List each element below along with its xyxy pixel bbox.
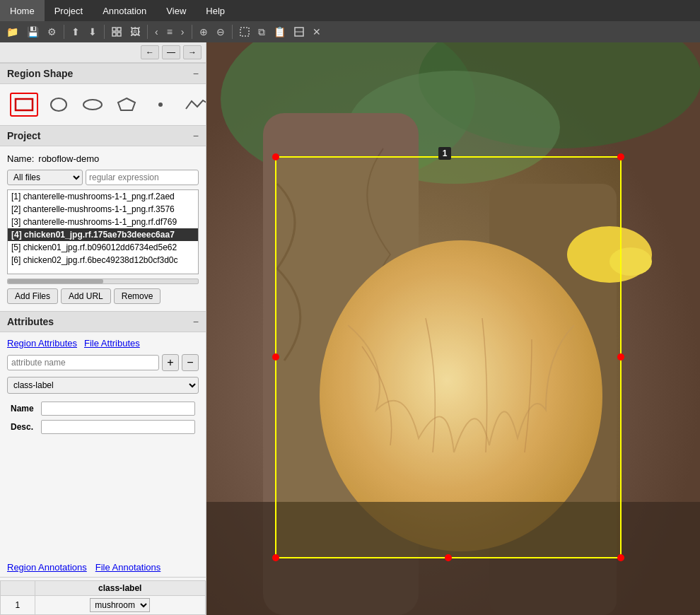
menu-annotation[interactable]: Annotation — [93, 0, 156, 21]
file-list[interactable]: [1] chanterelle-mushrooms-1-1_png.rf.2ae… — [7, 189, 199, 274]
attributes-title: Attributes — [7, 316, 54, 327]
annotation-col-class: class-label — [35, 581, 206, 596]
annotation-value-cell: mushroom chanterelle chicken — [35, 596, 206, 615]
sidebar-sep-btn[interactable]: — — [162, 45, 180, 59]
project-collapse-btn[interactable]: − — [193, 130, 199, 141]
zoom-in-btn[interactable]: ⊕ — [196, 23, 211, 41]
resize-btn[interactable] — [291, 23, 308, 41]
file-filter-select[interactable]: All files Labelled Unlabelled — [7, 170, 83, 185]
attr-name-row: + − — [7, 354, 199, 371]
annotation-header-row: class-label — [1, 581, 206, 596]
svg-rect-2 — [112, 33, 116, 36]
attr-plus-btn[interactable]: + — [162, 354, 179, 371]
project-header: Project − — [0, 125, 206, 146]
file-list-item[interactable]: [6] chicken02_jpg.rf.6bec49238d12b0cf3d0… — [8, 254, 198, 266]
canvas-image — [206, 42, 700, 615]
rectangle-tool-btn[interactable] — [10, 93, 38, 117]
region-attributes-tab[interactable]: Region Attributes — [7, 338, 77, 348]
file-list-item[interactable]: [2] chanterelle-mushrooms-1-1_png.rf.357… — [8, 203, 198, 216]
file-filter-row: All files Labelled Unlabelled — [7, 170, 199, 185]
grid-btn[interactable] — [108, 23, 125, 41]
prev-btn[interactable]: ‹ — [151, 23, 162, 41]
project-name-value: roboflow-demo — [38, 153, 99, 164]
menu-help[interactable]: Help — [196, 0, 235, 21]
annotation-table: class-label 1 mushroom chanterelle chick… — [0, 580, 206, 615]
region-annotations-tab[interactable]: Region Annotations — [7, 562, 87, 573]
file-list-item[interactable]: [3] chanterelle-mushrooms-1-1_png.rf.df7… — [8, 216, 198, 228]
project-name-row: Name: roboflow-demo — [7, 153, 199, 164]
file-annotations-tab[interactable]: File Annotations — [95, 562, 161, 573]
clipboard-btn[interactable]: 📋 — [270, 23, 289, 41]
attr-desc-row: Desc. shroom — [7, 418, 199, 436]
svg-rect-3 — [117, 33, 121, 36]
menu-home[interactable]: Home — [0, 0, 45, 21]
file-filter-input[interactable] — [86, 170, 199, 185]
toolbar-divider-4 — [192, 25, 192, 39]
region-shape-collapse-btn[interactable]: − — [193, 68, 199, 79]
point-tool-btn[interactable] — [147, 93, 174, 116]
attributes-collapse-btn[interactable]: − — [193, 316, 199, 327]
next-btn[interactable]: › — [177, 23, 188, 41]
attr-desc-cell: shroom — [37, 418, 199, 436]
sidebar-back-btn[interactable]: ← — [141, 45, 159, 59]
region-shape-title: Region Shape — [7, 68, 73, 79]
annotation-tabs: Region Annotations File Annotations — [0, 558, 206, 578]
sidebar-nav: ← — → — [0, 42, 206, 63]
annotation-panel: Region Annotations File Annotations clas… — [0, 558, 206, 615]
file-list-item[interactable]: [5] chicken01_jpg.rf.b096012dd6734ed5e62 — [8, 241, 198, 254]
toolbar-divider-3 — [147, 25, 148, 39]
attr-desc-label: Desc. — [7, 418, 37, 436]
svg-rect-22 — [206, 502, 700, 615]
sidebar-forward-btn[interactable]: → — [183, 45, 202, 59]
file-buttons: Add Files Add URL Remove — [7, 288, 199, 304]
annotation-value-select[interactable]: mushroom chanterelle chicken — [90, 598, 150, 612]
copy-btn[interactable]: ⧉ — [255, 23, 269, 41]
attr-desc-field[interactable]: shroom — [41, 420, 195, 434]
image-btn[interactable]: 🖼 — [127, 23, 144, 41]
svg-marker-10 — [118, 98, 135, 110]
annotation-row: 1 mushroom chanterelle chicken — [1, 596, 206, 615]
zoom-out-btn[interactable]: ⊖ — [213, 23, 228, 41]
attr-name-cell: class-label — [37, 399, 199, 418]
svg-point-21 — [609, 247, 652, 276]
ellipse-tool-btn[interactable] — [79, 93, 106, 116]
settings-btn[interactable]: ⚙ — [44, 23, 60, 41]
project-content: Name: roboflow-demo All files Labelled U… — [0, 146, 206, 311]
polygon-tool-btn[interactable] — [113, 93, 140, 116]
add-url-btn[interactable]: Add URL — [61, 288, 111, 304]
download-btn[interactable]: ⬇ — [85, 23, 100, 41]
attr-minus-btn[interactable]: − — [182, 354, 199, 371]
toolbar-divider-1 — [64, 25, 64, 39]
annotation-id-cell: 1 — [1, 596, 35, 615]
toolbar-divider-2 — [104, 25, 105, 39]
file-list-item[interactable]: [1] chanterelle-mushrooms-1-1_png.rf.2ae… — [8, 190, 198, 203]
add-files-btn[interactable]: Add Files — [7, 288, 58, 304]
remove-btn[interactable]: Remove — [114, 288, 161, 304]
menu-view[interactable]: View — [156, 0, 196, 21]
attr-dropdown[interactable]: class-label — [7, 377, 199, 394]
svg-rect-0 — [112, 28, 116, 31]
bbox-btn[interactable] — [236, 23, 253, 41]
attr-name-input[interactable] — [7, 355, 159, 370]
close-btn[interactable]: ✕ — [309, 23, 325, 41]
attr-tabs: Region Attributes File Attributes — [7, 338, 199, 348]
open-folder-btn[interactable]: 📁 — [3, 23, 22, 41]
sidebar: ← — → Region Shape − — [0, 42, 206, 615]
attributes-header: Attributes − — [0, 311, 206, 332]
file-attributes-tab[interactable]: File Attributes — [84, 338, 140, 348]
shape-tools — [0, 84, 206, 125]
upload-btn[interactable]: ⬆ — [68, 23, 83, 41]
save-btn[interactable]: 💾 — [23, 23, 42, 41]
attr-name-field[interactable]: class-label — [41, 402, 195, 416]
circle-tool-btn[interactable] — [45, 93, 72, 116]
file-scrollbar[interactable] — [7, 279, 199, 284]
polyline-tool-btn[interactable] — [181, 93, 206, 116]
list-btn[interactable]: ≡ — [163, 23, 176, 41]
canvas-area[interactable]: 1 — [206, 42, 700, 615]
menu-project[interactable]: Project — [45, 0, 93, 21]
annotation-col-id — [1, 581, 35, 596]
svg-point-9 — [83, 100, 102, 110]
region-shape-header: Region Shape − — [0, 63, 206, 84]
file-list-item-active[interactable]: [4] chicken01_jpg.rf.175ae7b3deeec6aa7 — [8, 228, 198, 241]
project-name-label: Name: — [7, 153, 34, 164]
